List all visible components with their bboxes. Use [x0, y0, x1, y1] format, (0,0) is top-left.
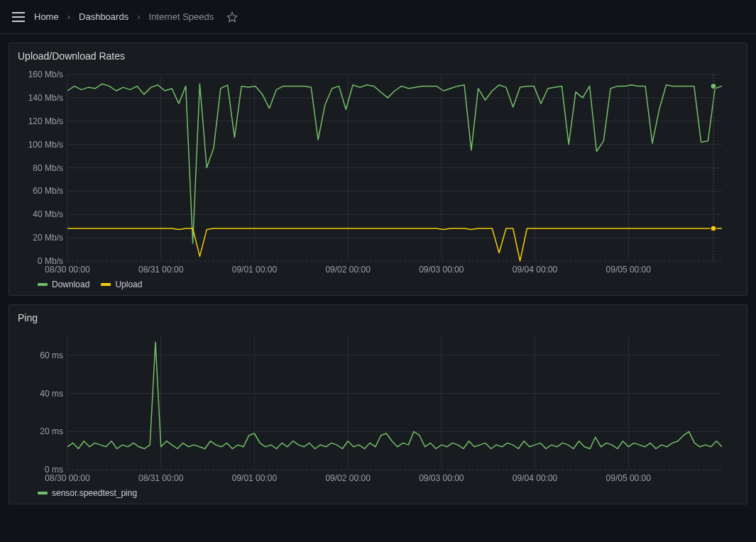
svg-text:09/05 00:00: 09/05 00:00 — [606, 265, 652, 275]
breadcrumb-home[interactable]: Home — [34, 11, 59, 22]
legend-label: Upload — [115, 280, 142, 289]
breadcrumb-dashboards[interactable]: Dashboards — [79, 11, 128, 22]
legend-label: Download — [52, 280, 89, 289]
svg-text:08/31 00:00: 08/31 00:00 — [138, 473, 184, 483]
svg-text:09/02 00:00: 09/02 00:00 — [325, 473, 371, 483]
svg-text:09/02 00:00: 09/02 00:00 — [325, 265, 371, 275]
svg-text:40 Mb/s: 40 Mb/s — [33, 209, 63, 219]
svg-text:09/01 00:00: 09/01 00:00 — [232, 473, 278, 483]
svg-text:09/04 00:00: 09/04 00:00 — [513, 265, 558, 275]
favorite-star-button[interactable] — [222, 7, 242, 27]
svg-text:20 ms: 20 ms — [40, 426, 63, 436]
svg-text:80 Mb/s: 80 Mb/s — [33, 163, 63, 173]
chart-ping[interactable]: 0 ms20 ms40 ms60 ms08/30 00:0008/31 00:0… — [18, 329, 738, 485]
svg-text:09/01 00:00: 09/01 00:00 — [232, 265, 278, 275]
legend-swatch-download — [38, 283, 48, 286]
breadcrumb-current: Internet Speeds — [148, 11, 214, 22]
svg-text:09/04 00:00: 09/04 00:00 — [513, 473, 558, 483]
svg-text:09/05 00:00: 09/05 00:00 — [606, 473, 652, 483]
legend: sensor.speedtest_ping — [18, 485, 738, 499]
menu-toggle-button[interactable] — [9, 7, 28, 27]
svg-text:40 ms: 40 ms — [40, 389, 63, 399]
svg-text:60 ms: 60 ms — [40, 350, 63, 360]
svg-point-34 — [711, 226, 716, 231]
legend-label: sensor.speedtest_ping — [52, 488, 137, 498]
legend: Download Upload — [18, 277, 738, 291]
chevron-right-icon: › — [65, 11, 73, 22]
svg-text:120 Mb/s: 120 Mb/s — [28, 116, 63, 126]
svg-text:08/31 00:00: 08/31 00:00 — [138, 265, 184, 275]
svg-text:20 Mb/s: 20 Mb/s — [33, 233, 63, 243]
panel-upload-download: Upload/Download Rates 0 Mb/s20 Mb/s40 Mb… — [9, 43, 747, 296]
panel-ping: Ping 0 ms20 ms40 ms60 ms08/30 00:0008/31… — [9, 304, 747, 504]
legend-item-download[interactable]: Download — [38, 280, 89, 289]
legend-swatch-ping — [38, 492, 48, 494]
legend-item-ping[interactable]: sensor.speedtest_ping — [38, 488, 137, 498]
svg-text:09/03 00:00: 09/03 00:00 — [419, 473, 464, 483]
svg-text:08/30 00:00: 08/30 00:00 — [45, 473, 90, 483]
chart-upload-download[interactable]: 0 Mb/s20 Mb/s40 Mb/s60 Mb/s80 Mb/s100 Mb… — [18, 67, 738, 277]
legend-item-upload[interactable]: Upload — [101, 280, 142, 289]
svg-text:140 Mb/s: 140 Mb/s — [28, 93, 63, 103]
svg-text:08/30 00:00: 08/30 00:00 — [45, 265, 90, 275]
svg-text:160 Mb/s: 160 Mb/s — [28, 70, 63, 79]
panel-title: Ping — [18, 312, 738, 323]
panel-title: Upload/Download Rates — [18, 50, 738, 62]
top-navbar: Home › Dashboards › Internet Speeds — [0, 0, 756, 34]
svg-text:09/03 00:00: 09/03 00:00 — [419, 265, 464, 275]
svg-point-33 — [711, 83, 716, 89]
legend-swatch-upload — [101, 283, 111, 286]
svg-text:100 Mb/s: 100 Mb/s — [28, 140, 63, 150]
chevron-right-icon: › — [134, 11, 143, 22]
svg-text:60 Mb/s: 60 Mb/s — [33, 186, 63, 196]
dashboard-body: Upload/Download Rates 0 Mb/s20 Mb/s40 Mb… — [0, 34, 756, 513]
